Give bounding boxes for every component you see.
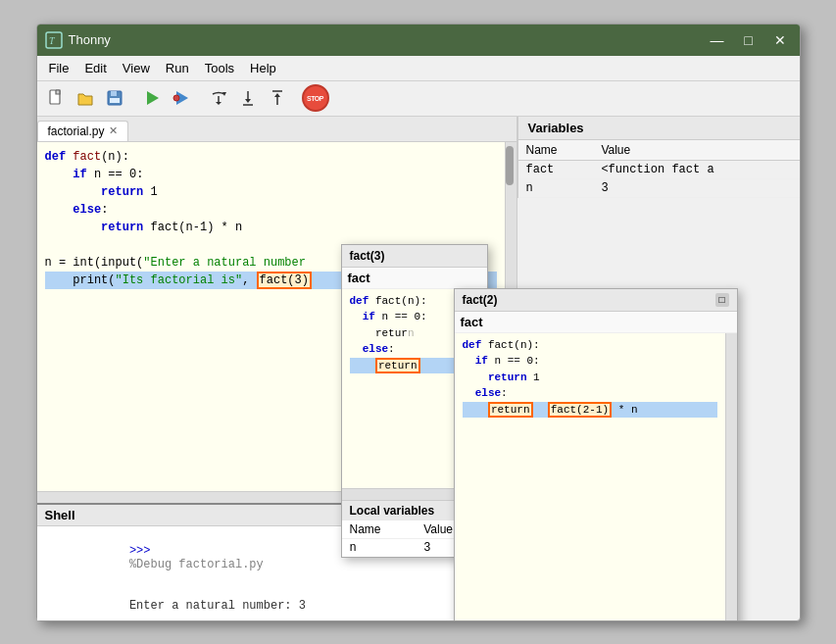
title-bar: T Thonny — □ ✕ bbox=[37, 25, 800, 56]
step-out-button[interactable] bbox=[265, 85, 290, 111]
shell-command: %Debug factorial.py bbox=[129, 558, 264, 571]
debug-popup2-func: fact bbox=[455, 312, 737, 333]
dp2-code-container: def fact(n): if n == 0: return 1 else: r… bbox=[455, 333, 737, 620]
menu-help[interactable]: Help bbox=[242, 59, 284, 77]
code-line-5: return fact(n-1) * n bbox=[45, 219, 497, 236]
svg-marker-6 bbox=[147, 91, 159, 105]
var-row-n: n 3 bbox=[518, 178, 800, 197]
var-col-name: Name bbox=[518, 140, 594, 161]
menu-run[interactable]: Run bbox=[158, 59, 197, 77]
open-file-button[interactable] bbox=[73, 85, 98, 111]
code-line-4: else: bbox=[45, 201, 497, 219]
svg-marker-11 bbox=[216, 102, 221, 105]
debug-popup1-func: fact bbox=[342, 268, 487, 289]
debug-popup2-title-text: fact(2) bbox=[463, 293, 498, 307]
debug-popup1-title-text: fact(3) bbox=[350, 249, 385, 263]
shell-prompt: >>> bbox=[129, 544, 158, 558]
maximize-button[interactable]: □ bbox=[737, 30, 761, 50]
var-name-n: n bbox=[518, 178, 594, 197]
close-button[interactable]: ✕ bbox=[768, 30, 792, 50]
app-icon: T bbox=[45, 31, 63, 49]
debug-popup1-title: fact(3) bbox=[342, 245, 487, 268]
dp2-line5: return fact(2-1) * n bbox=[463, 402, 717, 419]
dp2-line1: def fact(n): bbox=[463, 337, 717, 354]
main-window: T Thonny — □ ✕ File Edit View Run Tools … bbox=[36, 24, 801, 621]
dp2-line3: return 1 bbox=[463, 370, 717, 386]
save-file-button[interactable] bbox=[102, 85, 127, 111]
variables-table: Name Value fact <function fact a n 3 bbox=[518, 140, 800, 198]
window-controls: — □ ✕ bbox=[706, 30, 792, 50]
editor-tab-factorial[interactable]: factorial.py ✕ bbox=[37, 121, 128, 141]
stop-label: STOP bbox=[307, 95, 323, 102]
menu-tools[interactable]: Tools bbox=[197, 59, 242, 77]
variables-header: Variables bbox=[518, 117, 800, 140]
var-col-value: Value bbox=[593, 140, 799, 161]
debug-popup2-title: fact(2) □ bbox=[455, 289, 737, 312]
debug-popup2-code: def fact(n): if n == 0: return 1 else: r… bbox=[455, 333, 725, 620]
code-line-1: def fact(n): bbox=[45, 148, 497, 166]
dp1-col-name: Name bbox=[342, 520, 417, 539]
debug-popup2-close[interactable]: □ bbox=[715, 293, 729, 307]
variables-panel: Variables Name Value fact <function fact… bbox=[517, 117, 800, 198]
var-name-fact: fact bbox=[518, 160, 594, 178]
svg-marker-16 bbox=[274, 93, 280, 97]
menu-bar: File Edit View Run Tools Help bbox=[37, 56, 800, 81]
dp2-line4: else: bbox=[463, 385, 717, 402]
editor-tabs: factorial.py ✕ bbox=[37, 117, 516, 142]
svg-text:T: T bbox=[49, 35, 56, 46]
content-area: factorial.py ✕ def fact(n): if n == 0: r… bbox=[37, 117, 800, 620]
scroll-thumb bbox=[506, 146, 514, 185]
svg-point-8 bbox=[173, 95, 179, 101]
debug-popup-fact2[interactable]: fact(2) □ fact def fact(n): if n == 0: r… bbox=[454, 288, 738, 620]
shell-line-2: Enter a natural number: 3 bbox=[45, 585, 509, 620]
var-value-n: 3 bbox=[593, 178, 799, 197]
var-row-fact: fact <function fact a bbox=[518, 160, 800, 178]
step-over-button[interactable] bbox=[206, 85, 231, 111]
tab-filename: factorial.py bbox=[48, 124, 105, 138]
menu-file[interactable]: File bbox=[41, 59, 77, 77]
step-into-button[interactable] bbox=[235, 85, 261, 111]
dp2-scrollbar-v[interactable] bbox=[725, 333, 737, 620]
svg-rect-5 bbox=[110, 98, 120, 103]
toolbar: STOP bbox=[37, 81, 800, 117]
menu-view[interactable]: View bbox=[115, 59, 158, 77]
code-line-3: return 1 bbox=[45, 183, 497, 201]
var-value-fact: <function fact a bbox=[593, 160, 799, 178]
svg-rect-4 bbox=[111, 91, 117, 96]
shell-output-1: Enter a natural number: 3 bbox=[129, 599, 306, 613]
dp2-line2: if n == 0: bbox=[463, 353, 717, 370]
window-title: Thonny bbox=[69, 32, 706, 47]
menu-edit[interactable]: Edit bbox=[76, 59, 114, 77]
minimize-button[interactable]: — bbox=[706, 30, 729, 50]
svg-marker-13 bbox=[245, 99, 251, 103]
debug-button[interactable] bbox=[169, 85, 194, 111]
run-button[interactable] bbox=[139, 85, 165, 111]
tab-close-icon[interactable]: ✕ bbox=[109, 124, 118, 137]
stop-button[interactable]: STOP bbox=[302, 84, 329, 112]
dp1-n-name: n bbox=[342, 538, 417, 557]
code-line-2: if n == 0: bbox=[45, 166, 497, 183]
new-file-button[interactable] bbox=[43, 85, 69, 111]
